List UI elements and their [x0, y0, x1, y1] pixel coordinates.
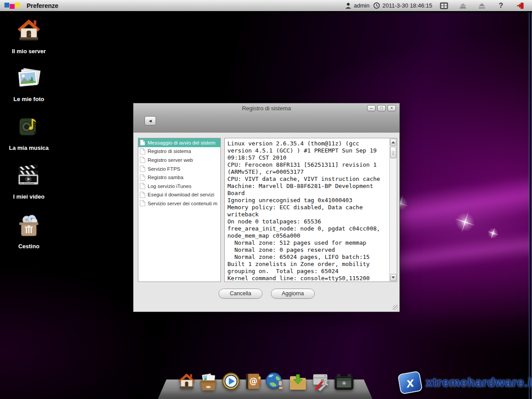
document-icon: [140, 192, 145, 198]
svg-text:✳: ✳: [342, 380, 347, 387]
log-list-item[interactable]: Registro di sistema: [138, 147, 220, 156]
log-list-item[interactable]: Log servizio iTunes: [138, 182, 220, 191]
log-list-label: Log servizio iTunes: [148, 184, 192, 189]
log-list-item[interactable]: Servizio FTPS: [138, 164, 220, 173]
log-list-item[interactable]: Servizio server dei contenuti m: [138, 199, 220, 208]
window-toolbar: ◄: [133, 113, 399, 132]
dock-media-player-button[interactable]: [221, 372, 241, 393]
log-list-item[interactable]: Esegui il download del servizi: [138, 191, 220, 200]
contacts-icon: @: [243, 372, 262, 391]
user-icon: [345, 2, 352, 9]
datetime-text: 2011-3-30 18:46:15: [382, 2, 432, 9]
photo-box-icon: [199, 372, 218, 391]
dock-photos-button[interactable]: [199, 372, 218, 393]
user-name: admin: [354, 2, 369, 9]
media-player-icon: [221, 372, 241, 391]
logout-button[interactable]: [512, 2, 528, 9]
top-menu-bar: Preferenze admin 2011-3-30 18:46:15: [0, 0, 532, 12]
wallpaper-streak: [380, 229, 532, 276]
scrollbar-thumb[interactable]: [390, 147, 396, 158]
disk-tools-icon: [311, 372, 331, 391]
document-icon: [140, 200, 145, 207]
window-titlebar[interactable]: Registro di sistema – □ ×: [133, 103, 399, 113]
log-list-item[interactable]: Registro samba: [138, 173, 220, 182]
log-type-list[interactable]: Messaggio di avvio del sistem Registro d…: [138, 138, 221, 282]
clock-icon: [373, 2, 380, 9]
window-grid-button[interactable]: [436, 2, 451, 9]
desktop-icon-trash[interactable]: Cestino: [0, 213, 58, 250]
window-grid-icon: [440, 2, 448, 9]
dock-disk-tools-button[interactable]: [311, 372, 331, 393]
logo-square-magenta: [10, 4, 15, 9]
logout-icon: [516, 2, 524, 9]
download-folder-icon: [288, 372, 308, 391]
log-list-label: Esegui il download del servizi: [148, 192, 214, 197]
dock: @: [177, 372, 355, 393]
watermark-text: xtremehardware.it: [426, 376, 532, 390]
close-button[interactable]: ×: [387, 105, 396, 111]
log-content-panel: Linux version 2.6.35.4 (thom@11z) (gcc v…: [224, 138, 397, 282]
back-button[interactable]: ◄: [145, 116, 156, 125]
desktop-icon-label: Le mie foto: [0, 96, 58, 102]
desktop-icon-label: La mia musica: [0, 145, 58, 151]
dock-contacts-button[interactable]: @: [243, 372, 262, 393]
sparkle-decoration: [485, 225, 501, 241]
window-controls: – □ ×: [367, 105, 396, 111]
document-icon: [140, 165, 145, 172]
log-list-item[interactable]: Registro server web: [138, 156, 220, 164]
refresh-button[interactable]: Aggiorna: [271, 289, 315, 299]
clock-indicator: 2011-3-30 18:46:15: [373, 2, 432, 9]
desktop-icon-my-videos[interactable]: I miei video: [0, 163, 58, 200]
desktop-icon-my-server[interactable]: Il mio server: [0, 17, 58, 55]
window-body: Messaggio di avvio del sistem Registro d…: [133, 133, 399, 312]
dock-icon: [459, 3, 467, 9]
help-icon: ?: [499, 2, 503, 10]
logo-square-yellow: [15, 3, 20, 8]
desktop-icon-label: Il mio server: [0, 48, 58, 55]
watermark: x xtremehardware.it: [399, 372, 532, 393]
sparkle-decoration: [451, 208, 479, 236]
desktop-icon-my-photos[interactable]: Le mie foto: [0, 66, 58, 102]
home-icon: [0, 17, 58, 45]
user-indicator[interactable]: admin: [345, 2, 369, 9]
document-icon: [140, 139, 145, 146]
scroll-up-button[interactable]: [390, 139, 396, 146]
topbar-status-area: admin 2011-3-30 18:46:15: [345, 2, 528, 10]
desktop-icon-my-music[interactable]: La mia musica: [0, 114, 58, 151]
trash-icon: [0, 213, 58, 240]
dock-network-button[interactable]: [265, 372, 285, 393]
window-header[interactable]: Registro di sistema – □ × ◄: [133, 103, 399, 133]
help-button[interactable]: ?: [493, 2, 509, 10]
cancel-button[interactable]: Cancella: [219, 289, 262, 299]
photos-icon: [0, 66, 58, 93]
resize-grip[interactable]: [393, 305, 398, 310]
videos-icon: [0, 163, 58, 191]
log-list-label: Servizio FTPS: [148, 166, 180, 172]
dock-downloads-button[interactable]: [288, 372, 308, 393]
log-list-label: Messaggio di avvio del sistem: [148, 140, 215, 145]
vertical-scrollbar[interactable]: [389, 138, 397, 282]
document-icon: [140, 156, 145, 163]
desktop-icon-label: Cestino: [0, 243, 58, 250]
eject-icon: [478, 3, 485, 9]
log-list-item[interactable]: Messaggio di avvio del sistem: [138, 138, 220, 147]
window-title: Registro di sistema: [133, 105, 399, 112]
log-list-label: Servizio server dei contenuti m: [148, 201, 217, 206]
log-list-label: Registro samba: [148, 175, 184, 180]
maximize-button[interactable]: □: [377, 105, 386, 111]
xtremehardware-logo-icon: x: [397, 371, 422, 395]
music-icon: [0, 114, 58, 142]
dock-media-tools-button[interactable]: ✳: [333, 373, 355, 393]
scroll-down-button[interactable]: [390, 274, 396, 281]
document-icon: [140, 183, 145, 189]
dialog-button-row: Cancella Aggiorna: [133, 289, 399, 302]
dock-home-button[interactable]: [177, 372, 196, 393]
log-list-label: Registro di sistema: [148, 149, 191, 154]
media-tools-icon: ✳: [333, 373, 355, 391]
eject-button[interactable]: [474, 3, 489, 9]
system-log-window: Registro di sistema – □ × ◄ Messaggio di…: [133, 103, 400, 312]
minimize-button[interactable]: –: [367, 105, 376, 111]
desktop-icon-label: I miei video: [0, 193, 58, 200]
show-dock-button[interactable]: [455, 3, 470, 9]
app-title: Preferenze: [27, 2, 59, 9]
